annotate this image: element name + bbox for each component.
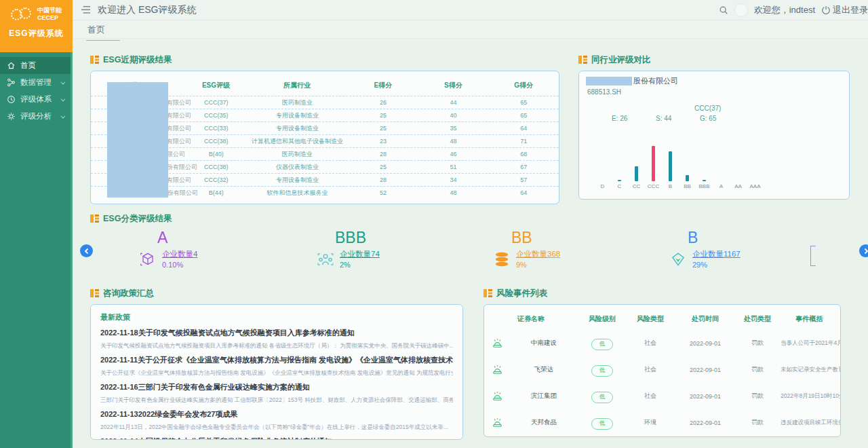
sidebar-item-rating-system[interactable]: 评级体系 — [0, 91, 71, 108]
panel-title-text: ESG近期评级结果 — [103, 54, 172, 66]
panel-list-icon — [90, 214, 99, 223]
risk-row[interactable]: 中南建设 低 社会 2022-09-01 罚款 当事人公司于2021年4月1日，… — [484, 330, 840, 356]
grade-label: B — [688, 229, 796, 246]
policy-item-title[interactable]: 2022-11-14中国银保监会办公厅关于印发绿色保险业务统计制度的通知 — [100, 436, 453, 440]
g-score: G: 65 — [700, 115, 716, 122]
g-score: 71 — [488, 138, 559, 145]
redaction-overlay — [586, 77, 632, 86]
main-content: ESG近期评级结果 企业名称 ESG评级 所属行业 E得分 S得分 G得分 有限… — [73, 39, 868, 448]
siren-icon — [484, 337, 510, 349]
grade-count-link[interactable]: 企业数量368 — [516, 249, 560, 259]
risk-row[interactable]: 飞荣达 低 社会 2022-09-01 罚款 未如实记录安全生产教育和培训情况 — [484, 356, 840, 383]
policy-item-title[interactable]: 2022-11-132022绿金委年会发布27项成果 — [100, 409, 453, 419]
panel-title-text: 风险事件列表 — [496, 288, 547, 299]
x-axis-label: D — [601, 183, 605, 190]
grade-count-link[interactable]: 企业数量74 — [340, 249, 380, 259]
carousel-prev-button[interactable] — [80, 244, 93, 257]
policy-item-desc: 三部门关于印发有色金属行业碳达峰实施方案的通知 工信部联原〔2022〕153号 … — [100, 396, 453, 405]
panel-title-text: 咨询政策汇总 — [103, 288, 154, 299]
event-summary: 2022年8月19日10时10分,我局机动... — [778, 392, 840, 400]
rating-distribution-chart: D C CC CCC B BB BBB A AA AAA — [594, 139, 764, 190]
penalty-date: 2022-09-01 — [674, 367, 736, 373]
sidebar-item-label: 首页 — [20, 60, 36, 71]
esg-rating: CCC(32) — [186, 176, 247, 183]
penalty-type: 罚款 — [736, 418, 778, 427]
panel-list-icon — [90, 289, 99, 297]
esg-rating: CCC(33) — [186, 125, 247, 132]
event-summary: 未如实记录安全生产教育和培训情况 — [778, 366, 840, 374]
grade-card-bb: BB 企业数量368 9% — [474, 229, 620, 269]
x-axis-label: CC — [633, 183, 641, 190]
search-icon[interactable] — [719, 5, 728, 15]
brand-name-en: CECEP — [37, 14, 62, 22]
e-score: 26 — [348, 99, 418, 106]
chart-bar — [635, 166, 638, 181]
panel-list-icon — [90, 56, 99, 64]
risk-level-badge: 低 — [591, 418, 614, 430]
col-header-risk-level: 风险级别 — [578, 314, 627, 324]
sidebar-item-home[interactable]: 首页 — [0, 57, 71, 74]
menu-collapse-icon[interactable] — [81, 5, 91, 14]
partial-next-card — [810, 246, 816, 266]
s-score: 51 — [418, 164, 489, 170]
siren-icon — [484, 364, 510, 375]
grade-count-link[interactable]: 企业数量1167 — [692, 249, 741, 259]
home-icon — [7, 61, 16, 70]
redaction-overlay — [107, 82, 168, 198]
sidebar-item-data-management[interactable]: 数据管理 — [0, 74, 71, 91]
panel-list-icon — [484, 289, 492, 297]
e-score: E: 26 — [612, 115, 627, 122]
industry: 医药制造业 — [247, 150, 348, 159]
s-score: 35 — [418, 125, 489, 132]
siren-icon — [484, 417, 510, 428]
welcome-text: 欢迎您，indtest — [754, 4, 815, 16]
esg-rating: CCC(38) — [186, 138, 247, 145]
comparison-card: 股份有限公司 688513.SH CCC(37) E: 26 S: 44 G: … — [578, 71, 850, 200]
chart-bar — [652, 146, 655, 181]
policy-item-title[interactable]: 2022-11-11关于公开征求《企业温室气体排放核算方法与报告指南 发电设施》… — [100, 355, 453, 365]
s-score: 48 — [418, 138, 489, 145]
grade-percent: 2% — [340, 261, 380, 269]
brand-name-cn: 中国节能 — [37, 7, 62, 14]
s-score: S: 44 — [656, 115, 671, 122]
grade-count-link[interactable]: 企业数量4 — [162, 249, 197, 259]
grade-label: BB — [511, 229, 620, 246]
x-axis-label: CCC — [648, 183, 659, 190]
grade-card-a: A 企业数量4 0.10% — [120, 229, 266, 269]
industry: 计算机通信和其他电子设备制造业 — [247, 137, 348, 146]
grade-percent: 0.10% — [162, 261, 197, 269]
security-name: 天邦食品 — [510, 418, 578, 427]
risk-row[interactable]: 天邦食品 低 环境 2022-09-01 罚款 违反建设项目竣工环境保护验收制度 — [484, 409, 840, 436]
table-header: 证券名称 风险级别 风险类型 处罚时间 处罚类型 事件概括 — [484, 307, 840, 330]
chevron-down-icon — [61, 114, 66, 119]
carousel-next-button[interactable] — [859, 244, 868, 257]
grade-card-b: B 企业数量1167 29% — [650, 229, 796, 269]
security-name: 飞荣达 — [510, 365, 578, 374]
penalty-date: 2022-09-01 — [674, 419, 736, 426]
sidebar-item-label: 评级体系 — [20, 94, 52, 105]
policy-item-title[interactable]: 2022-11-16三部门关于印发有色金属行业碳达峰实施方案的通知 — [100, 382, 453, 392]
chevron-down-icon — [61, 97, 66, 102]
sidebar-item-rating-analysis[interactable]: 评级分析 — [0, 108, 71, 125]
policy-item-title[interactable]: 2022-11-18关于印发气候投融资试点地方气候投融资项目入库参考标准的通知 — [100, 328, 453, 338]
e-score: 23 — [348, 138, 418, 145]
cecep-logo-icon — [11, 7, 34, 22]
avatar[interactable] — [734, 3, 748, 17]
risk-level-badge: 低 — [591, 339, 614, 350]
risk-row[interactable]: 滨江集团 低 社会 2022-09-01 罚款 2022年8月19日10时10分… — [484, 383, 840, 409]
col-header-e: E得分 — [348, 81, 418, 90]
risk-level-badge: 低 — [591, 392, 614, 403]
penalty-date: 2022-09-01 — [674, 393, 736, 400]
policy-card: 最新政策 2022-11-18关于印发气候投融资试点地方气候投融资项目入库参考标… — [90, 304, 463, 440]
esg-rating: B(40) — [186, 151, 247, 157]
recent-ratings-card: 企业名称 ESG评级 所属行业 E得分 S得分 G得分 有限公司 CCC(37)… — [90, 71, 559, 204]
policy-item-desc: 关于公开征求《企业温室气体排放核算方法与报告指南 发电设施》《企业温室气体排放核… — [100, 369, 453, 377]
esg-rating: B(44) — [186, 189, 247, 196]
data-manage-icon — [7, 78, 16, 87]
breadcrumb-home[interactable]: 首页 — [86, 24, 120, 41]
grade-label: BBB — [335, 229, 443, 246]
grade-percent: 9% — [516, 261, 560, 269]
panel-list-icon — [578, 56, 587, 64]
risk-type: 社会 — [627, 365, 674, 374]
logout-button[interactable]: 退出登录 — [821, 4, 868, 16]
